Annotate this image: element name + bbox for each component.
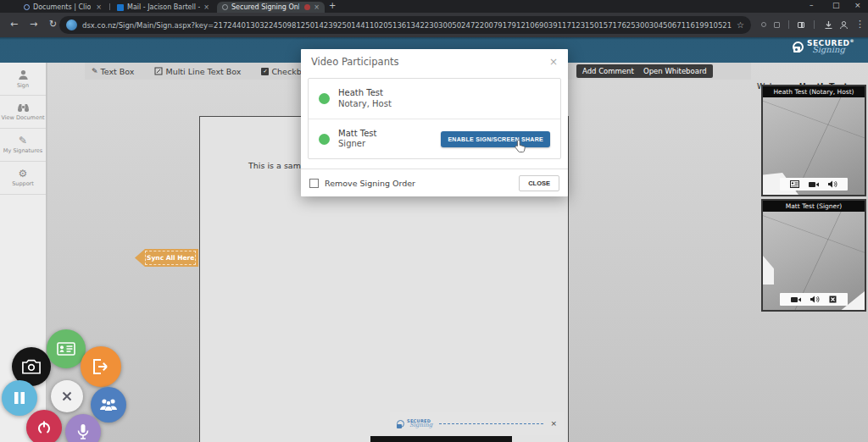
group-icon (99, 398, 118, 412)
signature-dashed-line (439, 423, 543, 424)
participant-row: Heath Test Notary, Host (309, 79, 560, 119)
screen: Documents | Clio × Mail - Jacison Bartel… (0, 0, 868, 442)
tab-secured-signing[interactable]: Secured Signing Online Do × (217, 2, 325, 13)
lock-icon (793, 41, 804, 52)
sync-all-here-tag[interactable]: Sync All Here (135, 249, 198, 267)
popup-brand-script: Signing (409, 423, 432, 428)
end-session-button[interactable] (26, 410, 62, 442)
video-controls (780, 293, 848, 306)
hand-cursor-icon (515, 139, 526, 153)
extensions-icon[interactable] (774, 22, 780, 28)
browser-menu-icon[interactable]: ⋮ (855, 19, 865, 30)
open-whiteboard-button[interactable]: Open Whiteboard (637, 64, 713, 78)
participants-button[interactable] (91, 387, 126, 423)
close-icon (61, 390, 73, 402)
id-card-icon (57, 342, 75, 356)
tab-close-icon[interactable]: × (203, 3, 209, 11)
id-card-icon[interactable] (790, 180, 799, 188)
tab-close-icon[interactable]: × (96, 3, 102, 11)
power-icon (36, 420, 52, 435)
text-box-button[interactable]: ✎ Text Box (92, 67, 134, 76)
modal-title: Video Participants (311, 56, 398, 68)
back-icon[interactable]: ← (10, 19, 18, 30)
extension-icon[interactable] (761, 22, 766, 27)
person-icon (18, 69, 29, 80)
toolbar-divider (788, 20, 789, 29)
speaker-icon[interactable] (828, 180, 837, 188)
speaker-icon[interactable] (810, 296, 820, 303)
sidebar-item-label: View Document (1, 114, 44, 121)
sidebar-item-view-document[interactable]: View Document (0, 96, 46, 129)
video-camera-icon[interactable] (809, 181, 819, 188)
online-status-icon (319, 93, 330, 104)
close-button[interactable]: CLOSE (519, 175, 559, 191)
secured-signing-logo: SECURED® Signing (793, 39, 854, 54)
exit-arrow-icon (92, 358, 110, 375)
modal-footer: Remove Signing Order CLOSE (301, 169, 568, 196)
tab-title: Secured Signing Online Do (231, 3, 299, 11)
bottom-black-bar (370, 436, 512, 442)
online-status-icon (319, 134, 330, 145)
url-bar[interactable]: dsx.co.nz/Sign/Main/Sign.aspx?key=217244… (59, 16, 751, 34)
remove-signing-order-checkbox[interactable] (309, 179, 319, 188)
new-tab-button[interactable]: + (329, 1, 336, 10)
tab-title: Documents | Clio (33, 3, 91, 11)
video-controls (780, 178, 848, 191)
tab-separator (109, 3, 110, 10)
window-minimize-button[interactable]: – (810, 1, 814, 9)
toolbar-button-label: Text Box (101, 67, 135, 76)
exit-button[interactable] (81, 346, 121, 387)
registered-mark: ® (850, 38, 855, 43)
participant-role: Signer (338, 139, 376, 150)
video-camera-icon[interactable] (791, 296, 801, 303)
side-panel-icon[interactable] (798, 22, 804, 28)
download-icon[interactable] (824, 20, 833, 30)
signature-popup: SECURED Signing × (390, 412, 564, 435)
toolbar-button-label: Multi Line Text Box (165, 67, 241, 76)
window-maximize-button[interactable]: □ (832, 1, 840, 9)
site-icon (66, 19, 77, 30)
sidebar-item-sign[interactable]: Sign (0, 63, 46, 96)
window-close-button[interactable]: × (854, 1, 861, 9)
brand-script: Signing (812, 46, 854, 54)
checkbox-icon: ✓ (261, 68, 269, 75)
bookmark-star-icon[interactable]: ☆ (737, 20, 744, 30)
video-panel-notary: Heath Test (Notary, Host) (761, 85, 866, 196)
id-verification-button[interactable] (47, 329, 86, 368)
sidebar-item-label: Support (12, 180, 34, 187)
participant-name: Heath Test (338, 88, 392, 99)
microphone-icon (77, 423, 89, 440)
sidebar-item-support[interactable]: ⚙ Support (0, 162, 46, 195)
close-box-icon[interactable] (829, 296, 837, 303)
modal-close-icon[interactable]: × (549, 56, 558, 68)
enable-sign-screen-share-button[interactable]: ENABLE SIGN/SCREEN SHARE (441, 131, 550, 147)
popup-close-icon[interactable]: × (550, 419, 557, 428)
pause-icon (13, 390, 26, 406)
add-comment-button[interactable]: Add Comment (576, 64, 640, 78)
reload-icon[interactable]: ↻ (49, 19, 57, 30)
video-panel-signer: Matt Test (Signer) (761, 199, 866, 312)
url-text[interactable]: dsx.co.nz/Sign/Main/Sign.aspx?key=217244… (82, 21, 732, 30)
tab-close-icon[interactable]: × (314, 3, 320, 11)
secured-signing-favicon (222, 4, 228, 10)
checkbox-label: Remove Signing Order (325, 179, 415, 188)
sidebar-item-label: My Signatures (3, 147, 42, 154)
sidebar-item-label: Sign (17, 82, 29, 89)
close-menu-button[interactable] (51, 380, 83, 412)
clio-favicon (24, 4, 30, 10)
participant-role: Notary, Host (338, 99, 392, 110)
sidebar-item-my-signatures[interactable]: ✎ My Signatures (0, 129, 46, 162)
tab-documents-clio[interactable]: Documents | Clio × (19, 2, 107, 13)
participant-name: Matt Test (338, 129, 376, 140)
outlook-favicon (117, 4, 124, 11)
profile-icon[interactable] (839, 20, 849, 30)
browser-navbar: ← → ↻ dsx.co.nz/Sign/Main/Sign.aspx?key=… (0, 13, 868, 37)
forward-icon[interactable]: → (30, 19, 37, 30)
multi-line-text-box-button[interactable]: Multi Line Text Box (154, 67, 241, 76)
camera-icon (22, 359, 41, 374)
pencil-icon: ✎ (19, 135, 27, 146)
binoculars-icon (17, 102, 30, 113)
pause-button[interactable] (2, 380, 37, 416)
video-panel-title: Heath Test (Notary, Host) (763, 86, 865, 97)
tab-outlook[interactable]: Mail - Jacison Bartell - Outlook × (112, 2, 214, 13)
